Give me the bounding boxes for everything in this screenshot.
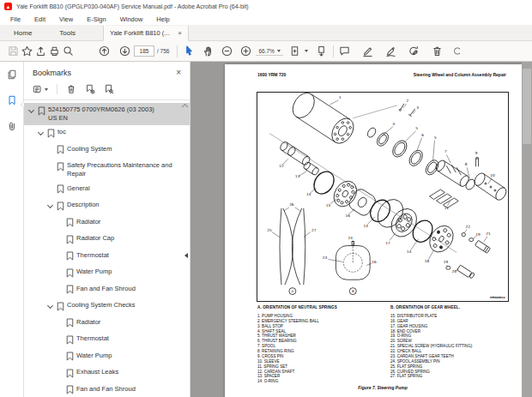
parts-list-b-header: B. ORIENTATION OF GEAR WHEEL. bbox=[390, 305, 510, 310]
callout-number: 25 bbox=[267, 228, 272, 232]
bookmark-label: General bbox=[67, 184, 90, 193]
bookmark-icon bbox=[57, 145, 67, 156]
tab-home[interactable]: Home bbox=[0, 25, 45, 40]
bookmark-item[interactable]: Water Pump bbox=[24, 265, 190, 282]
chevron-down-icon[interactable] bbox=[45, 202, 57, 210]
bookmark-label: Fan and Fan Shroud bbox=[76, 385, 136, 394]
callout-number: 6 bbox=[421, 133, 424, 137]
comment-icon[interactable] bbox=[338, 45, 352, 58]
bookmark-item[interactable]: Thermostat bbox=[24, 249, 190, 266]
highlight-icon[interactable] bbox=[361, 45, 375, 58]
chevron-down-icon[interactable] bbox=[27, 107, 38, 115]
bookmark-label: Safety Precautions Maintenance and Repai… bbox=[67, 161, 178, 178]
bookmark-icon bbox=[66, 318, 76, 329]
callout-number: 5 bbox=[415, 126, 418, 130]
bookmark-item[interactable]: 524150775 0700YRM0626 (03 2003) US EN bbox=[24, 103, 190, 125]
menu-view[interactable]: View bbox=[52, 15, 80, 24]
panel-collapse-icon[interactable] bbox=[184, 250, 190, 261]
page-number-input[interactable]: 185 bbox=[134, 45, 154, 57]
part-screw-20 bbox=[455, 265, 475, 279]
save-icon[interactable] bbox=[6, 45, 20, 58]
bookmark-item[interactable]: Water Pump bbox=[24, 349, 190, 366]
tab-tools[interactable]: Tools bbox=[45, 25, 89, 40]
bookmark-label: Radiator bbox=[76, 218, 100, 226]
callout-number: 18 bbox=[425, 259, 430, 263]
callout-number: 22 bbox=[465, 225, 470, 229]
scrollbar-thumb[interactable] bbox=[523, 69, 531, 144]
chevron-spacer bbox=[45, 163, 57, 171]
callout-number: 14 bbox=[363, 224, 368, 228]
main-toolbar: 185 / 756 66.7% bbox=[0, 41, 532, 62]
chevron-down-icon[interactable] bbox=[305, 50, 308, 52]
fill-sign-icon[interactable] bbox=[384, 45, 398, 58]
scroll-mode-icon[interactable] bbox=[315, 45, 329, 58]
part-pump-housing bbox=[288, 93, 358, 147]
menu-e-sign[interactable]: E-Sign bbox=[80, 15, 113, 24]
callout-number: 16 bbox=[372, 260, 377, 264]
attachments-icon[interactable] bbox=[6, 120, 18, 132]
bookmark-item[interactable]: Exhaust Leaks bbox=[24, 365, 190, 382]
part-oring-19b bbox=[446, 265, 450, 269]
bookmark-label: Water Pump bbox=[76, 268, 112, 276]
callout-number: 16 bbox=[346, 214, 351, 218]
expand-current-bookmark-icon[interactable] bbox=[104, 84, 114, 94]
fit-page-icon[interactable] bbox=[288, 45, 302, 58]
bookmark-icon bbox=[66, 352, 76, 363]
next-page-icon[interactable] bbox=[118, 45, 131, 58]
bookmark-item[interactable]: Fan and Fan Shroud bbox=[24, 382, 190, 397]
tab-document[interactable]: Yale Forklift B810 (... × bbox=[103, 26, 189, 41]
bookmark-item[interactable]: Cooling System Checks bbox=[24, 298, 190, 316]
bookmarks-panel: Bookmarks × 524150775 0700YRM0626 (03 20… bbox=[24, 62, 190, 397]
chevron-down-icon[interactable] bbox=[36, 129, 47, 137]
bookmarks-icon[interactable] bbox=[6, 94, 18, 106]
zoom-level-dropdown[interactable]: 66.7% bbox=[256, 47, 282, 56]
more-tools-icon[interactable] bbox=[451, 45, 460, 58]
bookmark-item[interactable]: Fan and Fan Shroud bbox=[24, 282, 190, 299]
callout-number: 15 bbox=[326, 203, 331, 208]
tab-close-icon[interactable]: × bbox=[178, 29, 182, 37]
chevron-spacer bbox=[55, 320, 66, 328]
print-icon[interactable] bbox=[47, 45, 61, 58]
scroll-up-icon[interactable] bbox=[182, 103, 188, 109]
zoom-level-value: 66.7% bbox=[258, 48, 274, 54]
menu-file[interactable]: File bbox=[3, 15, 27, 24]
chevron-spacer bbox=[55, 370, 66, 377]
bookmark-item[interactable]: Radiator Cap bbox=[24, 232, 190, 249]
callout-number: 24 bbox=[348, 236, 354, 240]
callout-numbers: 1234565798101112131426252715161417141822… bbox=[267, 95, 495, 293]
menu-help[interactable]: Help bbox=[149, 15, 176, 24]
zoom-in-icon[interactable] bbox=[239, 45, 252, 58]
share-icon[interactable] bbox=[33, 45, 47, 58]
callout-number: 21 bbox=[486, 232, 491, 236]
select-tool-icon[interactable] bbox=[182, 45, 196, 58]
bookmark-item[interactable]: Description bbox=[24, 198, 190, 215]
panel-close-icon[interactable]: × bbox=[176, 69, 181, 77]
zoom-out-icon[interactable] bbox=[220, 45, 233, 58]
delete-bookmark-icon[interactable] bbox=[66, 84, 76, 94]
bookmark-options-icon[interactable] bbox=[33, 84, 48, 94]
bookmark-item[interactable]: Thermostat bbox=[24, 332, 190, 349]
search-icon[interactable] bbox=[61, 45, 75, 58]
hand-tool-icon[interactable] bbox=[201, 45, 215, 58]
menu-edit[interactable]: Edit bbox=[27, 15, 52, 24]
request-signature-icon[interactable] bbox=[408, 45, 421, 58]
bookmark-item[interactable]: Safety Precautions Maintenance and Repai… bbox=[24, 159, 190, 181]
menu-bar: FileEditViewE-SignWindowHelp bbox=[0, 13, 532, 25]
bookmark-item[interactable]: Radiator bbox=[24, 316, 190, 333]
vertical-scrollbar[interactable] bbox=[522, 62, 532, 397]
bookmark-item[interactable]: toc bbox=[24, 125, 190, 142]
bookmark-item[interactable]: General bbox=[24, 182, 190, 199]
page-thumbnails-icon[interactable] bbox=[6, 69, 18, 81]
previous-page-icon[interactable] bbox=[97, 45, 111, 58]
star-favorites-icon[interactable] bbox=[20, 45, 33, 58]
delete-pages-icon[interactable] bbox=[431, 45, 444, 58]
bookmark-item[interactable]: Radiator bbox=[24, 215, 190, 232]
part-spool bbox=[434, 154, 470, 188]
callout-number: 1 bbox=[339, 95, 342, 99]
new-bookmark-icon[interactable] bbox=[85, 84, 95, 94]
bookmark-icon bbox=[57, 162, 67, 173]
chevron-down-icon[interactable] bbox=[45, 303, 57, 310]
part-oring-14a bbox=[310, 168, 338, 198]
menu-window[interactable]: Window bbox=[113, 15, 150, 24]
bookmark-item[interactable]: Cooling System bbox=[24, 142, 190, 159]
